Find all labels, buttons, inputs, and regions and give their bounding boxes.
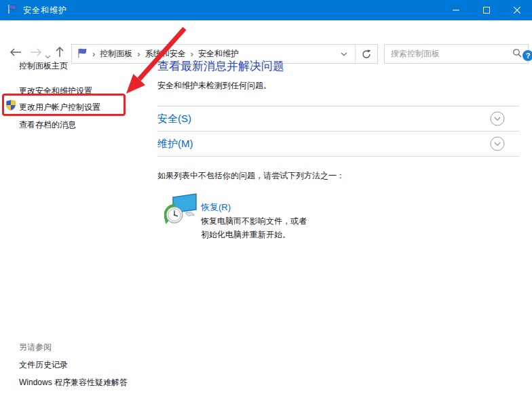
security-flag-icon bbox=[77, 47, 88, 61]
search-icon[interactable] bbox=[512, 48, 522, 60]
address-dropdown-button[interactable] bbox=[333, 45, 355, 63]
search-input[interactable]: 搜索控制面板 bbox=[384, 44, 529, 64]
minimize-button[interactable] bbox=[440, 0, 471, 20]
see-also-header: 另请参阅 bbox=[19, 342, 52, 353]
search-placeholder: 搜索控制面板 bbox=[391, 48, 512, 60]
close-button[interactable] bbox=[501, 0, 532, 20]
tip-text: 如果列表中不包括你的问题，请尝试下列方法之一： bbox=[157, 170, 345, 182]
breadcrumb-separator-icon: › bbox=[191, 49, 193, 59]
recovery-description-line2: 初始化电脑并重新开始。 bbox=[201, 229, 290, 241]
sections-list: 安全(S) 维护(M) bbox=[157, 106, 519, 157]
recovery-icon[interactable] bbox=[164, 193, 198, 229]
sidebar-item-view-archived-messages[interactable]: 查看存档的消息 bbox=[19, 119, 76, 131]
section-maintenance[interactable]: 维护(M) bbox=[157, 132, 519, 157]
status-text: 安全和维护未检测到任何问题。 bbox=[157, 80, 271, 92]
navigation-toolbar: › 控制面板 › 系统和安全 › 安全和维护 搜索控制面板 bbox=[0, 20, 532, 49]
up-button[interactable] bbox=[56, 46, 64, 60]
help-button[interactable]: ? bbox=[522, 50, 532, 61]
sidebar-item-control-panel-home[interactable]: 控制面板主页 bbox=[19, 60, 68, 72]
chevron-down-icon[interactable] bbox=[490, 111, 505, 126]
chevron-down-icon[interactable] bbox=[490, 136, 505, 151]
breadcrumb-control-panel[interactable]: 控制面板 bbox=[100, 48, 132, 60]
app-flag-icon bbox=[7, 3, 18, 17]
recent-pages-chevron-icon[interactable] bbox=[45, 50, 51, 61]
page-title: 查看最新消息并解决问题 bbox=[157, 58, 284, 74]
refresh-button[interactable] bbox=[356, 45, 377, 63]
recovery-link[interactable]: 恢复(R) bbox=[201, 201, 231, 214]
sidebar-item-change-security-maintenance-settings[interactable]: 更改安全和维护设置 bbox=[19, 85, 92, 97]
sidebar-item-change-uac-settings[interactable]: 更改用户帐户控制设置 bbox=[19, 102, 100, 113]
section-maintenance-label[interactable]: 维护(M) bbox=[157, 138, 193, 151]
window-controls bbox=[440, 0, 532, 20]
recovery-description-line1: 恢复电脑而不影响文件，或者 bbox=[201, 216, 307, 227]
titlebar: 安全和维护 bbox=[0, 0, 532, 20]
section-security-label[interactable]: 安全(S) bbox=[157, 113, 191, 125]
window-title: 安全和维护 bbox=[23, 5, 67, 16]
sidebar-link-compatibility-troubleshooter[interactable]: Windows 程序兼容性疑难解答 bbox=[19, 377, 128, 388]
forward-button[interactable] bbox=[30, 47, 42, 58]
breadcrumb-separator-icon: › bbox=[92, 49, 95, 59]
uac-shield-icon bbox=[5, 100, 16, 113]
sidebar-link-file-history[interactable]: 文件历史记录 bbox=[19, 359, 68, 371]
breadcrumb-separator-icon: › bbox=[137, 49, 140, 59]
back-button[interactable] bbox=[10, 47, 22, 58]
help-icon: ? bbox=[526, 52, 531, 60]
section-security[interactable]: 安全(S) bbox=[157, 106, 519, 132]
maximize-button[interactable] bbox=[471, 0, 501, 20]
